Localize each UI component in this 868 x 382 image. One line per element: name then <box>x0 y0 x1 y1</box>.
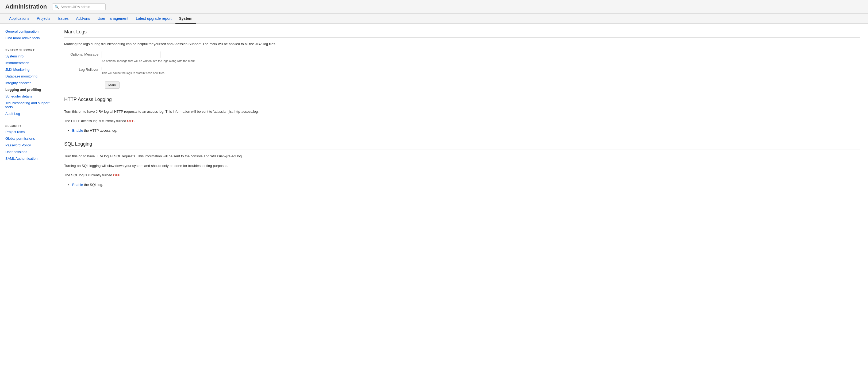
http-access-logging-title: HTTP Access Logging <box>64 97 860 105</box>
http-access-status-prefix: The HTTP access log is currently turned <box>64 119 127 123</box>
sql-enable-list: Enable the SQL log. <box>64 182 860 188</box>
tab-issues[interactable]: Issues <box>54 13 72 24</box>
sql-status-prefix: The SQL log is currently turned <box>64 173 113 177</box>
http-access-enable-rest: the HTTP access log. <box>84 129 117 133</box>
sidebar-item-global-permissions[interactable]: Global permissions <box>0 135 56 142</box>
nav-tabs: Applications Projects Issues Add-ons Use… <box>0 13 868 24</box>
sql-enable-rest: the SQL log. <box>84 183 103 187</box>
search-input[interactable] <box>60 5 103 9</box>
mark-button-container: Mark <box>64 78 860 89</box>
tab-latest-upgrade-report[interactable]: Latest upgrade report <box>132 13 176 24</box>
sql-enable-item: Enable the SQL log. <box>72 182 860 188</box>
sidebar-section-system-support: SYSTEM SUPPORT <box>0 47 56 53</box>
optional-message-input[interactable] <box>102 51 160 58</box>
search-container: 🔍 <box>52 3 105 10</box>
log-rollover-row: Log Rollover This will cause the logs to… <box>64 66 860 74</box>
sidebar-item-jmx-monitoring[interactable]: JMX Monitoring <box>0 66 56 73</box>
tab-addons[interactable]: Add-ons <box>72 13 94 24</box>
tab-user-management[interactable]: User management <box>94 13 132 24</box>
sidebar-item-project-roles[interactable]: Project roles <box>0 129 56 135</box>
sidebar-item-system-info[interactable]: System info <box>0 53 56 60</box>
sidebar-item-troubleshooting-and-support-tools[interactable]: Troubleshooting and support tools <box>0 100 56 110</box>
http-access-status-text: The HTTP access log is currently turned … <box>64 118 860 124</box>
sidebar-item-password-policy[interactable]: Password Policy <box>0 142 56 148</box>
optional-message-hint: An optional messge that will be written … <box>102 59 860 63</box>
sql-logging-description1: Turn this on to have JIRA log all SQL re… <box>64 153 860 159</box>
http-access-enable-link[interactable]: Enable <box>72 129 83 133</box>
sql-logging-title: SQL Logging <box>64 141 860 150</box>
optional-message-row: Optional Message An optional messge that… <box>64 51 860 63</box>
page-title: Administration <box>5 3 47 10</box>
content-area: Mark Logs Marking the logs during troubl… <box>56 24 868 379</box>
http-access-enable-list: Enable the HTTP access log. <box>64 128 860 134</box>
log-rollover-checkbox[interactable] <box>102 67 105 70</box>
sidebar-item-audit-log[interactable]: Audit Log <box>0 110 56 117</box>
tab-system[interactable]: System <box>176 13 196 24</box>
mark-logs-title: Mark Logs <box>64 29 860 38</box>
search-icon: 🔍 <box>55 5 59 9</box>
mark-logs-description: Marking the logs during troubleshooting … <box>64 41 860 47</box>
sidebar-item-user-sessions[interactable]: User sessions <box>0 148 56 155</box>
tab-projects[interactable]: Projects <box>33 13 54 24</box>
section-mark-logs: Mark Logs Marking the logs during troubl… <box>64 29 860 89</box>
optional-message-value: An optional messge that will be written … <box>102 51 860 63</box>
sidebar-item-integrity-checker[interactable]: Integrity checker <box>0 80 56 86</box>
log-rollover-value: This will cause the logs to start in fre… <box>102 66 860 74</box>
sidebar-divider-1 <box>0 44 56 44</box>
mark-button[interactable]: Mark <box>105 81 120 89</box>
sidebar-item-logging-and-profiling[interactable]: Logging and profiling <box>0 86 56 93</box>
sidebar-item-scheduler-details[interactable]: Scheduler details <box>0 93 56 100</box>
tab-applications[interactable]: Applications <box>5 13 33 24</box>
sql-status-value: OFF <box>113 173 120 177</box>
main-layout: General configuration Find more admin to… <box>0 24 868 379</box>
sql-logging-description2: Turning on SQL logging will slow down yo… <box>64 163 860 169</box>
sidebar-item-find-more-admin-tools[interactable]: Find more admin tools <box>0 35 56 41</box>
section-sql-logging: SQL Logging Turn this on to have JIRA lo… <box>64 141 860 187</box>
http-access-logging-description: Turn this on to have JIRA log all HTTP r… <box>64 109 860 114</box>
log-rollover-label: Log Rollover <box>64 66 102 72</box>
optional-message-label: Optional Message <box>64 51 102 56</box>
sidebar-item-database-monitoring[interactable]: Database monitoring <box>0 73 56 80</box>
sidebar-item-general-configuration[interactable]: General configuration <box>0 28 56 35</box>
log-rollover-hint: This will cause the logs to start in fre… <box>102 71 860 74</box>
top-header: Administration 🔍 <box>0 0 868 13</box>
sidebar-section-security: SECURITY <box>0 123 56 129</box>
sidebar-item-instrumentation[interactable]: Instrumentation <box>0 60 56 66</box>
log-rollover-checkbox-row <box>102 66 860 70</box>
sidebar-item-saml-authentication[interactable]: SAML Authentication <box>0 155 56 162</box>
http-access-enable-item: Enable the HTTP access log. <box>72 128 860 134</box>
http-access-status-value: OFF <box>127 119 134 123</box>
sql-enable-link[interactable]: Enable <box>72 183 83 187</box>
sql-status-text: The SQL log is currently turned OFF. <box>64 173 860 178</box>
sidebar: General configuration Find more admin to… <box>0 24 56 379</box>
section-http-access-logging: HTTP Access Logging Turn this on to have… <box>64 97 860 134</box>
